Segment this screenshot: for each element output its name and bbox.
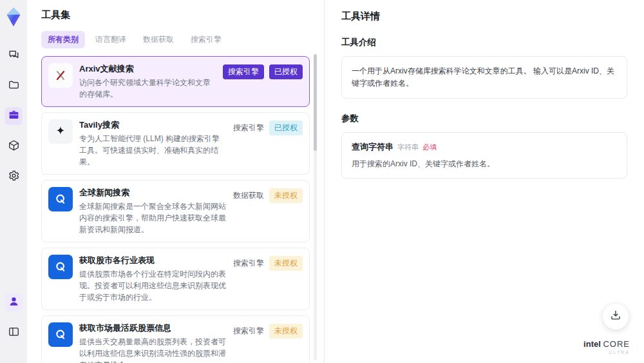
intel-core-logo: intel core ULTRA bbox=[583, 340, 630, 355]
sidebar-item-collapse[interactable] bbox=[5, 324, 23, 342]
tool-card-arxiv[interactable]: Arxiv文献搜索 访问各个研究领域大量科学论文和文章的存储库。 搜索引擎 已授… bbox=[41, 56, 310, 107]
panel-toggle-icon bbox=[8, 326, 20, 340]
news-search-icon bbox=[48, 322, 73, 347]
category-badge: 搜索引擎 bbox=[233, 121, 264, 135]
auth-status-badge: 已授权 bbox=[269, 121, 303, 135]
tool-description: 提供股票市场各个行业在特定时间段内的表现。投资者可以利用这些信息来识别表现优于或… bbox=[79, 268, 227, 303]
list-scrollbar[interactable] bbox=[314, 54, 317, 360]
brand-name: intel bbox=[583, 339, 601, 349]
brand-product: core bbox=[603, 339, 630, 349]
category-badge: 搜索引擎 bbox=[223, 64, 264, 79]
parameter-type: 字符串 bbox=[397, 142, 419, 152]
tool-description: 提供当天交易量最高的股票列表，投资者可以利用这些信息来识别流动性强的股票和潜在的… bbox=[79, 336, 227, 363]
params-heading: 参数 bbox=[341, 113, 627, 124]
parameter-card: 查询字符串 字符串 必填 用于搜索的Arxiv ID、关键字或作者姓名。 bbox=[341, 132, 627, 179]
scrollbar-thumb[interactable] bbox=[314, 54, 317, 151]
parameter-required-flag: 必填 bbox=[422, 142, 437, 152]
sparkle-icon bbox=[48, 119, 73, 144]
sidebar-item-account[interactable] bbox=[5, 293, 23, 311]
sidebar-item-files[interactable] bbox=[5, 77, 23, 95]
auth-status-badge: 已授权 bbox=[269, 64, 303, 79]
toolbox-icon bbox=[8, 109, 20, 124]
category-badge: 搜索引擎 bbox=[233, 324, 264, 338]
tool-description: 专为人工智能代理 (LLM) 构建的搜索引擎工具。可快速提供实时、准确和真实的结… bbox=[79, 133, 227, 168]
toolset-panel: 工具集 所有类别 语言翻译 数据获取 搜索引擎 Arxiv文献搜索 访问各个研究… bbox=[27, 0, 324, 363]
intro-heading: 工具介绍 bbox=[341, 37, 627, 48]
sidebar-item-tools[interactable] bbox=[5, 107, 23, 125]
parameter-description: 用于搜索的Arxiv ID、关键字或作者姓名。 bbox=[352, 159, 617, 170]
auth-status-badge: 未授权 bbox=[269, 256, 303, 271]
tool-intro-box: 一个用于从Arxiv存储库搜索科学论文和文章的工具。 输入可以是Arxiv ID… bbox=[341, 56, 627, 99]
tool-description: 访问各个研究领域大量科学论文和文章的存储库。 bbox=[79, 77, 216, 100]
tool-name: Arxiv文献搜索 bbox=[79, 63, 216, 75]
tool-description: 全球新闻搜索是一个聚合全球各大新闻网站内容的搜索引擎，帮助用户快速获取全球最新资… bbox=[79, 201, 227, 235]
tool-list: Arxiv文献搜索 访问各个研究领域大量科学论文和文章的存储库。 搜索引擎 已授… bbox=[41, 56, 310, 363]
download-icon bbox=[609, 309, 622, 324]
folder-icon bbox=[8, 79, 20, 93]
news-search-icon bbox=[48, 187, 73, 211]
tool-card-global-news[interactable]: 全球新闻搜索 全球新闻搜索是一个聚合全球各大新闻网站内容的搜索引擎，帮助用户快速… bbox=[41, 180, 310, 242]
tab-data-acquisition[interactable]: 数据获取 bbox=[137, 31, 180, 48]
auth-status-badge: 未授权 bbox=[269, 188, 303, 203]
category-tabs: 所有类别 语言翻译 数据获取 搜索引擎 bbox=[41, 31, 310, 48]
settings-icon bbox=[8, 170, 20, 184]
tool-name: 获取市场最活跃股票信息 bbox=[79, 322, 227, 334]
user-icon bbox=[8, 295, 20, 310]
sidebar-item-settings[interactable] bbox=[5, 168, 23, 186]
left-nav-rail bbox=[0, 0, 27, 363]
app-logo-icon[interactable] bbox=[5, 6, 23, 27]
tab-all-categories[interactable]: 所有类别 bbox=[41, 31, 85, 48]
tool-card-sector-performance[interactable]: 获取股市各行业表现 提供股票市场各个行业在特定时间段内的表现。投资者可以利用这些… bbox=[41, 248, 310, 310]
detail-title: 工具详情 bbox=[341, 10, 627, 23]
arxiv-logo-icon bbox=[48, 63, 73, 88]
tab-search-engine[interactable]: 搜索引擎 bbox=[184, 31, 228, 48]
category-badge: 搜索引擎 bbox=[233, 256, 264, 271]
tool-name: 获取股市各行业表现 bbox=[79, 255, 227, 266]
tool-detail-panel: 工具详情 工具介绍 一个用于从Arxiv存储库搜索科学论文和文章的工具。 输入可… bbox=[324, 0, 644, 363]
tool-name: 全球新闻搜索 bbox=[79, 187, 227, 199]
sidebar-item-chat[interactable] bbox=[5, 46, 23, 64]
parameter-name: 查询字符串 bbox=[352, 141, 393, 153]
tool-card-most-active-stocks[interactable]: 获取市场最活跃股票信息 提供当天交易量最高的股票列表，投资者可以利用这些信息来识… bbox=[41, 315, 310, 363]
auth-status-badge: 未授权 bbox=[269, 324, 303, 338]
sidebar-item-models[interactable] bbox=[5, 137, 23, 155]
brand-sub-label: ULTRA bbox=[583, 350, 630, 355]
tool-card-tavily[interactable]: Tavily搜索 专为人工智能代理 (LLM) 构建的搜索引擎工具。可快速提供实… bbox=[41, 112, 310, 175]
chat-icon bbox=[8, 48, 20, 63]
category-badge: 数据获取 bbox=[233, 188, 264, 203]
page-title: 工具集 bbox=[41, 9, 310, 21]
tab-translation[interactable]: 语言翻译 bbox=[89, 31, 133, 48]
tool-name: Tavily搜索 bbox=[79, 119, 227, 131]
news-search-icon bbox=[48, 255, 73, 279]
download-button[interactable] bbox=[603, 304, 629, 329]
cube-icon bbox=[8, 139, 20, 154]
